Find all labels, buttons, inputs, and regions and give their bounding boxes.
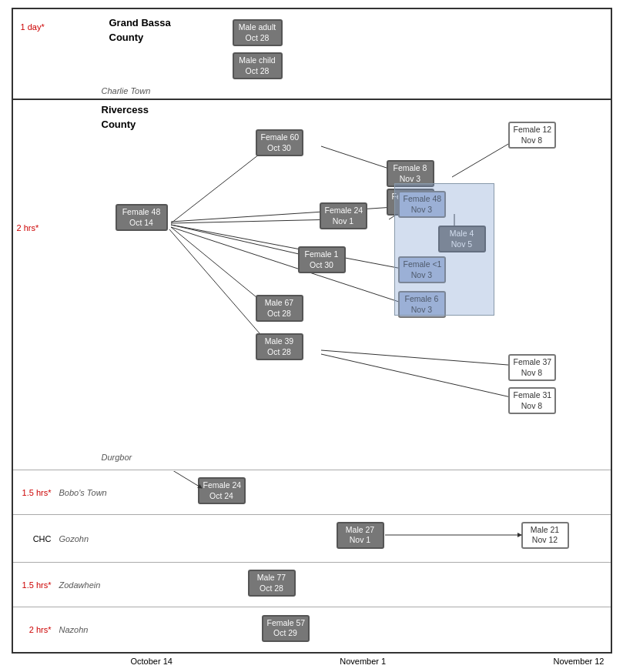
svg-line-5 (171, 206, 406, 222)
time-label-1day: 1 day* (21, 22, 45, 32)
bobos-town-label: Bobo's Town (55, 488, 132, 497)
case-female57-oct29: Female 57Oct 29 (262, 615, 310, 642)
nazohn-content: Female 57Oct 29 (132, 609, 611, 651)
charlie-town-label: Charlie Town (102, 86, 151, 95)
unknown-source-region (394, 183, 494, 316)
zodawhein-content: Male 77Oct 28 (132, 563, 611, 606)
case-male-child-oct28: Male childOct 28 (233, 52, 283, 79)
bobos-town-row: 1.5 hrs* Bobo's Town Female 24Oct 24 (13, 470, 611, 515)
case-female24-nov1: Female 24Nov 1 (320, 202, 367, 229)
durgbor-label: Durgbor (102, 450, 132, 463)
time-label-2hrs: 2 hrs* (17, 223, 39, 232)
gozohn-row: CHC Gozohn Male 27Nov 1 Male 21Nov 12 (13, 515, 611, 563)
case-female12-nov8: Female 12Nov 8 (508, 122, 556, 149)
main-diagram: 1 day* Grand BassaCounty Male adultOct 2… (12, 8, 612, 672)
x-label-oct14: October 14 (131, 657, 172, 666)
case-female31-nov8: Female 31Nov 8 (508, 387, 556, 414)
gozohn-label: Gozohn (55, 534, 132, 543)
bobos-town-content: Female 24Oct 24 (132, 471, 611, 513)
svg-line-13 (321, 354, 517, 399)
grand-bassa-section: 1 day* Grand BassaCounty Male adultOct 2… (13, 9, 611, 100)
grand-bassa-label: Grand BassaCounty (109, 17, 171, 43)
bottom-sections: 1.5 hrs* Bobo's Town Female 24Oct 24 CHC (13, 470, 611, 652)
svg-line-7 (171, 227, 406, 304)
chc-label: CHC (13, 534, 55, 543)
case-male77-oct28: Male 77Oct 28 (248, 570, 296, 597)
case-female48-oct14: Female 48Oct 14 (116, 204, 168, 231)
zodawhein-label: Zodawhein (55, 580, 132, 590)
svg-line-0 (171, 146, 270, 223)
x-axis: October 14 November 1 November 12 (12, 654, 612, 669)
svg-line-12 (321, 350, 517, 366)
x-label-nov12: November 12 (553, 657, 604, 666)
case-female60-oct30: Female 60Oct 30 (256, 129, 303, 156)
time-2hrs2-label: 2 hrs* (13, 625, 55, 634)
nazohn-label: Nazohn (55, 625, 132, 634)
case-female1-oct30: Female 1Oct 30 (298, 246, 346, 273)
bobos-arrow (132, 471, 624, 516)
rivercess-section: 2 hrs* RivercessCounty (13, 100, 611, 470)
case-male-adult-oct28: Male adultOct 28 (233, 19, 283, 46)
case-male67-oct28: Male 67Oct 28 (256, 295, 303, 322)
svg-line-6 (171, 225, 406, 269)
svg-line-4 (169, 229, 270, 345)
svg-line-9 (452, 139, 517, 177)
svg-line-1 (171, 219, 337, 223)
case-female37-nov8: Female 37Nov 8 (508, 354, 556, 381)
svg-line-14 (132, 471, 202, 488)
case-male39-oct28: Male 39Oct 28 (256, 333, 303, 360)
svg-line-3 (171, 227, 270, 308)
nazohn-row: 2 hrs* Nazohn Female 57Oct 29 (13, 607, 611, 652)
gozohn-arrows (132, 516, 624, 563)
rivercess-label: RivercessCounty (102, 104, 149, 130)
x-axis-title: Date of symptom onset (12, 669, 612, 672)
zodawhein-row: 1.5 hrs* Zodawhein Male 77Oct 28 (13, 563, 611, 607)
page-container: 1 day* Grand BassaCounty Male adultOct 2… (0, 0, 623, 672)
x-label-nov1: November 1 (340, 657, 386, 666)
gozohn-content: Male 27Nov 1 Male 21Nov 12 (132, 516, 611, 562)
time-15hrs2-label: 1.5 hrs* (13, 580, 55, 590)
chart-container: 1 day* Grand BassaCounty Male adultOct 2… (12, 8, 612, 654)
svg-line-2 (171, 225, 316, 258)
time-15hrs-label: 1.5 hrs* (13, 488, 55, 497)
